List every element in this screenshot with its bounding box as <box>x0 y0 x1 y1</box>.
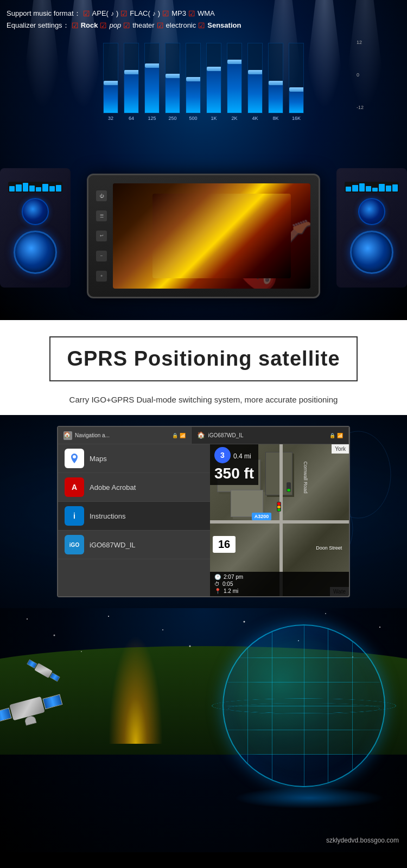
eq-freq-label-250: 250 <box>168 116 176 121</box>
eq-bar-container-64[interactable] <box>124 43 139 113</box>
sunburst <box>109 635 163 744</box>
eq-handle-500[interactable] <box>186 77 201 81</box>
eq-handle-250[interactable] <box>166 74 180 78</box>
eq-bar-container-1k[interactable] <box>206 43 221 113</box>
menu-btn[interactable]: ☰ <box>96 210 107 221</box>
app-item-instructions[interactable]: i Instructions <box>58 502 210 531</box>
nav-tab-2-label: iGO687WD_IL <box>208 432 244 438</box>
guitarist-image <box>113 183 310 289</box>
check-icon-pop: ☑ <box>100 20 107 31</box>
eq-bar-container-500[interactable] <box>186 43 201 113</box>
check-icon-mp3: ☑ <box>162 8 169 20</box>
check-icon-ape: ☑ <box>83 8 90 20</box>
traffic-light-1 <box>277 502 281 512</box>
vol-up-btn[interactable]: + <box>96 271 107 282</box>
nav-tab-2[interactable]: 🏠 iGO687WD_IL 🔒 📶 <box>192 427 349 444</box>
req-mini-7 <box>386 186 391 192</box>
eq-bar-container-16k[interactable] <box>289 43 304 113</box>
nav-dist-mi: 1.2 mi <box>224 588 238 594</box>
app-item-maps[interactable]: Maps <box>58 444 210 473</box>
igo-app-icon: iGO <box>65 535 84 554</box>
nav-body: Maps A Adobe Acrobat i Instructions <box>58 444 349 596</box>
york-label: York <box>332 444 349 454</box>
nav-top-info: 3 0.4 mi 350 ft <box>210 444 258 485</box>
eq-theater: theater <box>132 20 154 31</box>
format-mp3: MP3 <box>171 8 186 20</box>
right-speaker-tweeter <box>358 198 385 225</box>
instructions-app-icon: i <box>65 506 84 526</box>
eq-mini-8 <box>56 185 61 192</box>
gprs-section: GPRS Positioning satellite Carry IGO+GPR… <box>0 320 407 415</box>
eq-bar-container-8k[interactable] <box>268 43 283 113</box>
eq-handle-64[interactable] <box>124 70 139 74</box>
gprs-title-box: GPRS Positioning satellite <box>49 336 357 381</box>
tl-yellow-2 <box>287 486 290 489</box>
left-speaker-woofer <box>14 231 57 274</box>
lock-icon: 🔒 <box>172 433 178 438</box>
eq-handle-32[interactable] <box>104 81 118 85</box>
nav-tab-1[interactable]: 🏠 Navigation a... 🔒 📶 <box>58 427 192 444</box>
wifi-icon-2: 📶 <box>337 433 343 438</box>
nav-topbar: 🏠 Navigation a... 🔒 📶 🏠 iGO687WD_IL 🔒 📶 <box>58 427 349 444</box>
eq-bar-container-2k[interactable] <box>227 43 242 113</box>
nav-tab-2-icons: 🔒 📶 <box>329 433 343 438</box>
eq-mini-5 <box>36 187 41 192</box>
eq-handle-4k[interactable] <box>248 70 263 74</box>
eq-freq-label-64: 64 <box>129 116 134 121</box>
app-item-acrobat[interactable]: A Adobe Acrobat <box>58 473 210 502</box>
eq-bar-fill-2k <box>227 64 241 113</box>
eq-electronic: electronic <box>166 20 196 31</box>
equalizer-area: 12 0 -12 32 64 125 <box>0 34 407 121</box>
eq-freq-label-2k: 2K <box>231 116 237 121</box>
globe-glow-ring <box>233 787 385 809</box>
navigation-screenshot: 🏠 Navigation a... 🔒 📶 🏠 iGO687WD_IL 🔒 📶 <box>57 426 350 597</box>
info-bar: Support music format： ☑ APE( ♪ ) ☑ FLAC(… <box>0 5 407 34</box>
traffic-light-2 <box>287 482 291 492</box>
vol-down-btn[interactable]: − <box>96 251 107 261</box>
svg-point-8 <box>325 613 326 614</box>
website-label: szklydedvd.bossgoo.com <box>326 837 399 844</box>
check-icon-flac: ☑ <box>120 8 128 20</box>
eq-handle-8k[interactable] <box>269 81 283 85</box>
home-icon: 🏠 <box>63 431 72 440</box>
left-speaker <box>0 168 71 288</box>
req-mini-3 <box>359 183 365 192</box>
eq-band-125: 125 <box>144 43 160 121</box>
back-btn[interactable]: ↩ <box>96 231 107 241</box>
eq-band-16k: 16K <box>289 43 304 121</box>
igo-app-label: iGO687WD_IL <box>90 541 136 549</box>
eq-bar-fill-8k <box>269 85 283 113</box>
power-btn[interactable]: ⏻ <box>96 190 107 201</box>
app-list-panel: Maps A Adobe Acrobat i Instructions <box>58 444 210 596</box>
support-label: Support music format： <box>7 8 81 20</box>
format-flac-close: ) <box>158 8 160 20</box>
gprs-subtitle: Carry IGO+GPRS Dual-mode switching syste… <box>33 395 374 404</box>
eq-bar-fill-500 <box>186 81 200 113</box>
svg-point-4 <box>54 635 55 636</box>
globe-line-v1 <box>247 626 248 786</box>
eq-handle-1k[interactable] <box>207 67 221 71</box>
globe <box>222 624 385 787</box>
eq-handle-125[interactable] <box>145 63 160 68</box>
eq-bar-container-125[interactable] <box>144 43 160 113</box>
format-ape: APE( <box>92 8 109 20</box>
globe-line-v2 <box>272 626 272 786</box>
req-mini-8 <box>392 184 398 192</box>
eq-handle-2k[interactable] <box>227 60 242 64</box>
nav-tab-icons: 🔒 📶 <box>172 433 186 438</box>
eq-bar-container-250[interactable] <box>165 43 180 113</box>
eq-bar-fill-250 <box>166 78 180 113</box>
nav-time: 2:07 pm <box>224 574 243 580</box>
eq-freq-label-32: 32 <box>108 116 113 121</box>
eq-band-4k: 4K <box>247 43 263 121</box>
eq-freq-label-1k: 1K <box>211 116 217 121</box>
nav-distance-ft: 350 ft <box>214 465 254 482</box>
nav-dist-row: 📍 1.2 mi <box>214 588 345 594</box>
car-unit-wrapper: ⏻ ☰ ↩ − + <box>87 174 320 298</box>
footer-text: szklydedvd.bossgoo.com <box>326 837 399 844</box>
eq-freq-label-8k: 8K <box>272 116 278 121</box>
app-item-igo[interactable]: iGO iGO687WD_IL <box>58 531 210 559</box>
eq-handle-16k[interactable] <box>289 87 304 92</box>
eq-bar-container-4k[interactable] <box>247 43 263 113</box>
eq-bar-container-32[interactable] <box>103 43 118 113</box>
